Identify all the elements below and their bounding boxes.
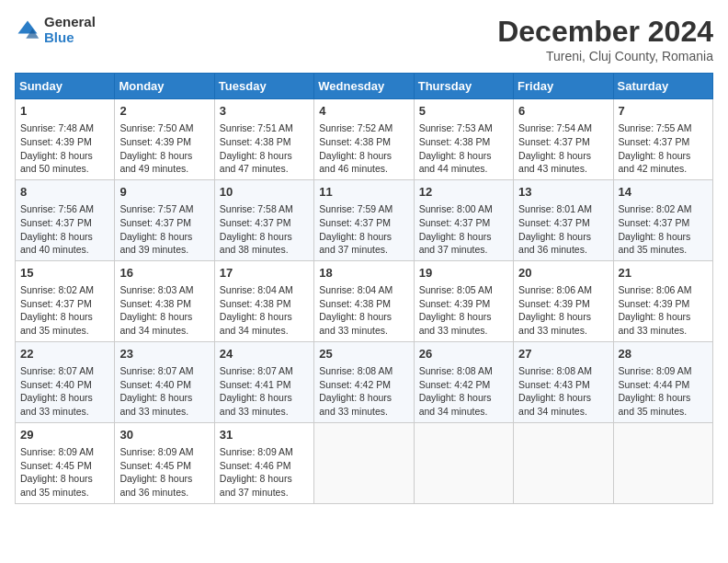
day-number: 29	[20, 427, 109, 443]
sunrise-text: Sunrise: 8:09 AM	[20, 446, 94, 457]
sunrise-text: Sunrise: 8:05 AM	[419, 284, 493, 295]
table-row: 11Sunrise: 7:59 AMSunset: 4:37 PMDayligh…	[314, 179, 414, 260]
sunrise-text: Sunrise: 8:04 AM	[220, 284, 293, 295]
table-row: 28Sunrise: 8:09 AMSunset: 4:44 PMDayligh…	[613, 341, 712, 422]
day-number: 30	[119, 427, 209, 443]
calendar-table: Sunday Monday Tuesday Wednesday Thursday…	[15, 73, 713, 504]
sunrise-text: Sunrise: 7:58 AM	[220, 203, 293, 214]
table-row: 15Sunrise: 8:02 AMSunset: 4:37 PMDayligh…	[16, 260, 115, 341]
day-number: 11	[319, 184, 408, 201]
sunset-text: Sunset: 4:37 PM	[518, 136, 590, 147]
sunset-text: Sunset: 4:42 PM	[419, 379, 491, 390]
logo-icon	[15, 17, 40, 43]
sunset-text: Sunset: 4:42 PM	[319, 379, 391, 390]
day-number: 21	[619, 265, 708, 282]
sunset-text: Sunset: 4:38 PM	[419, 136, 491, 147]
daylight-text: Daylight: 8 hours and 35 minutes.	[619, 392, 691, 417]
table-row: 25Sunrise: 8:08 AMSunset: 4:42 PMDayligh…	[314, 341, 414, 422]
sunrise-text: Sunrise: 8:07 AM	[20, 365, 94, 376]
sunset-text: Sunset: 4:38 PM	[119, 298, 191, 309]
sunrise-text: Sunrise: 8:02 AM	[20, 284, 94, 295]
daylight-text: Daylight: 8 hours and 33 minutes.	[319, 392, 392, 417]
calendar-row: 29Sunrise: 8:09 AMSunset: 4:45 PMDayligh…	[16, 422, 713, 503]
sunset-text: Sunset: 4:37 PM	[518, 217, 590, 228]
daylight-text: Daylight: 8 hours and 46 minutes.	[319, 150, 392, 175]
table-row: 13Sunrise: 8:01 AMSunset: 4:37 PMDayligh…	[514, 179, 613, 260]
daylight-text: Daylight: 8 hours and 47 minutes.	[220, 150, 292, 175]
sunset-text: Sunset: 4:37 PM	[419, 217, 491, 228]
daylight-text: Daylight: 8 hours and 43 minutes.	[518, 150, 591, 175]
sunset-text: Sunset: 4:39 PM	[518, 298, 590, 309]
table-row: 20Sunrise: 8:06 AMSunset: 4:39 PMDayligh…	[514, 260, 613, 341]
sunrise-text: Sunrise: 8:04 AM	[319, 284, 392, 295]
day-number: 15	[20, 265, 109, 282]
sunrise-text: Sunrise: 7:50 AM	[119, 122, 193, 133]
sunset-text: Sunset: 4:37 PM	[220, 217, 291, 228]
table-row: 24Sunrise: 8:07 AMSunset: 4:41 PMDayligh…	[214, 341, 313, 422]
table-row: 9Sunrise: 7:57 AMSunset: 4:37 PMDaylight…	[115, 179, 214, 260]
sunrise-text: Sunrise: 8:06 AM	[619, 284, 692, 295]
daylight-text: Daylight: 8 hours and 40 minutes.	[20, 231, 93, 256]
table-row: 16Sunrise: 8:03 AMSunset: 4:38 PMDayligh…	[115, 260, 214, 341]
daylight-text: Daylight: 8 hours and 33 minutes.	[20, 392, 93, 417]
sunset-text: Sunset: 4:43 PM	[518, 379, 590, 390]
sunset-text: Sunset: 4:37 PM	[119, 217, 191, 228]
logo-text: General Blue	[44, 15, 96, 45]
sunset-text: Sunset: 4:37 PM	[20, 217, 92, 228]
sunset-text: Sunset: 4:39 PM	[119, 136, 191, 147]
day-number: 27	[518, 346, 608, 362]
daylight-text: Daylight: 8 hours and 36 minutes.	[119, 473, 192, 498]
table-row	[514, 422, 613, 503]
sunset-text: Sunset: 4:38 PM	[319, 136, 391, 147]
day-number: 4	[319, 103, 408, 120]
daylight-text: Daylight: 8 hours and 37 minutes.	[319, 231, 392, 256]
daylight-text: Daylight: 8 hours and 49 minutes.	[119, 150, 192, 175]
table-row: 14Sunrise: 8:02 AMSunset: 4:37 PMDayligh…	[613, 179, 712, 260]
col-friday: Friday	[514, 74, 613, 99]
day-number: 5	[419, 103, 508, 120]
sunrise-text: Sunrise: 7:53 AM	[419, 122, 493, 133]
sunset-text: Sunset: 4:44 PM	[619, 379, 690, 390]
table-row: 31Sunrise: 8:09 AMSunset: 4:46 PMDayligh…	[214, 422, 313, 503]
table-row: 4Sunrise: 7:52 AMSunset: 4:38 PMDaylight…	[314, 99, 414, 180]
day-number: 24	[220, 346, 309, 362]
sunrise-text: Sunrise: 7:56 AM	[20, 203, 94, 214]
table-row: 12Sunrise: 8:00 AMSunset: 4:37 PMDayligh…	[414, 179, 513, 260]
day-number: 20	[518, 265, 608, 282]
day-number: 31	[220, 427, 309, 443]
sunrise-text: Sunrise: 7:57 AM	[119, 203, 193, 214]
logo-line2: Blue	[44, 30, 96, 46]
sunset-text: Sunset: 4:41 PM	[220, 379, 291, 390]
col-monday: Monday	[115, 74, 214, 99]
day-number: 26	[419, 346, 508, 362]
table-row: 30Sunrise: 8:09 AMSunset: 4:45 PMDayligh…	[115, 422, 214, 503]
sunrise-text: Sunrise: 8:08 AM	[419, 365, 493, 376]
table-row: 29Sunrise: 8:09 AMSunset: 4:45 PMDayligh…	[16, 422, 115, 503]
day-number: 22	[20, 346, 109, 362]
daylight-text: Daylight: 8 hours and 37 minutes.	[419, 231, 492, 256]
calendar-row: 1Sunrise: 7:48 AMSunset: 4:39 PMDaylight…	[16, 99, 713, 180]
table-row: 6Sunrise: 7:54 AMSunset: 4:37 PMDaylight…	[514, 99, 613, 180]
day-number: 7	[619, 103, 708, 120]
sunset-text: Sunset: 4:40 PM	[119, 379, 191, 390]
day-number: 12	[419, 184, 508, 201]
table-row: 27Sunrise: 8:08 AMSunset: 4:43 PMDayligh…	[514, 341, 613, 422]
title-area: December 2024 Tureni, Cluj County, Roman…	[497, 15, 713, 63]
table-row	[613, 422, 712, 503]
table-row	[414, 422, 513, 503]
sunrise-text: Sunrise: 8:09 AM	[619, 365, 692, 376]
daylight-text: Daylight: 8 hours and 33 minutes.	[319, 311, 392, 336]
day-number: 17	[220, 265, 309, 282]
day-number: 6	[518, 103, 608, 120]
table-row	[314, 422, 414, 503]
table-row: 19Sunrise: 8:05 AMSunset: 4:39 PMDayligh…	[414, 260, 513, 341]
table-row: 5Sunrise: 7:53 AMSunset: 4:38 PMDaylight…	[414, 99, 513, 180]
sunrise-text: Sunrise: 7:51 AM	[220, 122, 293, 133]
table-row: 3Sunrise: 7:51 AMSunset: 4:38 PMDaylight…	[214, 99, 313, 180]
daylight-text: Daylight: 8 hours and 37 minutes.	[220, 473, 292, 498]
daylight-text: Daylight: 8 hours and 34 minutes.	[518, 392, 591, 417]
sunrise-text: Sunrise: 7:59 AM	[319, 203, 392, 214]
day-number: 25	[319, 346, 408, 362]
day-number: 1	[20, 103, 109, 120]
sunrise-text: Sunrise: 8:09 AM	[220, 446, 293, 457]
